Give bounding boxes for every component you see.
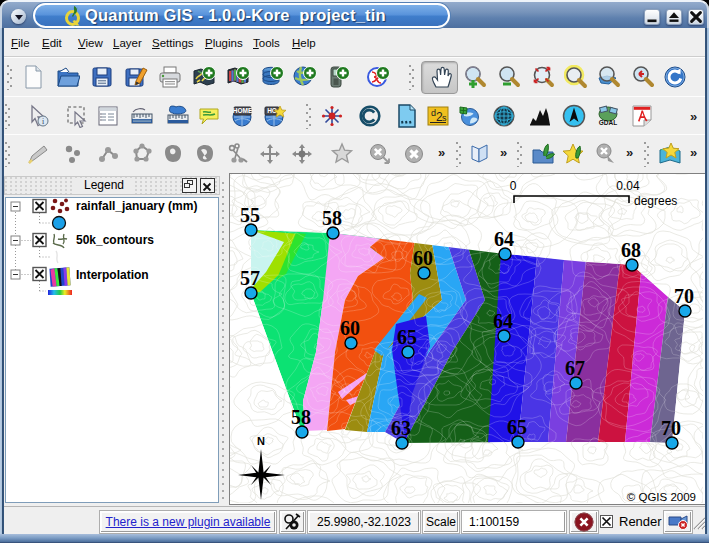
- svg-text:50k_contours: 50k_contours: [76, 233, 154, 247]
- svg-text:55: 55: [240, 204, 260, 226]
- svg-text:60: 60: [340, 317, 360, 339]
- svg-text:64: 64: [494, 228, 514, 250]
- svg-text:N: N: [257, 435, 265, 447]
- svg-text:65: 65: [397, 326, 417, 348]
- svg-text:degrees: degrees: [634, 194, 677, 208]
- svg-text:68: 68: [621, 239, 641, 261]
- svg-text:HOME: HOME: [233, 107, 253, 114]
- svg-text:Interpolation: Interpolation: [76, 268, 149, 282]
- svg-text:0: 0: [510, 179, 517, 193]
- svg-text:70: 70: [674, 285, 694, 307]
- svg-text:64: 64: [493, 310, 513, 332]
- svg-text:s: s: [442, 113, 447, 123]
- svg-text:67: 67: [565, 357, 585, 379]
- svg-text:58: 58: [322, 207, 342, 229]
- svg-text:rainfall_january (mm): rainfall_january (mm): [76, 199, 197, 213]
- svg-text:58: 58: [291, 406, 311, 428]
- svg-text:63: 63: [391, 417, 411, 439]
- svg-text:GDAL: GDAL: [599, 119, 617, 126]
- svg-text:65: 65: [507, 416, 527, 438]
- svg-text:57: 57: [240, 267, 260, 289]
- svg-text:70: 70: [661, 417, 681, 439]
- svg-text:60: 60: [413, 247, 433, 269]
- svg-text:0.04: 0.04: [616, 179, 640, 193]
- svg-text:© QGIS 2009: © QGIS 2009: [627, 491, 696, 503]
